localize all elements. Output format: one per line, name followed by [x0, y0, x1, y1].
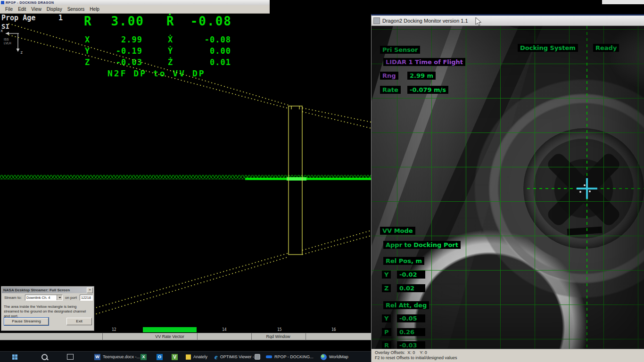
- y-axis-row: Y -0.19 Ẏ 0.00: [85, 46, 236, 56]
- corridor-line-top-b-ext: [302, 112, 371, 128]
- rel-pos-y-label: Y: [382, 271, 391, 279]
- taskbar-item-outlook[interactable]: O: [157, 352, 163, 362]
- timeline-label-rqd-window: Rqd Window: [266, 334, 290, 339]
- streamer-dialog: NASA Desktop Streamer: Full Screen × Str…: [1, 286, 94, 331]
- task-view-button[interactable]: [67, 352, 74, 362]
- z-axis-row: Z -0.03 Ż 0.01: [85, 58, 236, 67]
- taskbar-item-notes[interactable]: Anately: [186, 352, 207, 362]
- search-icon: [41, 354, 48, 360]
- z-rate-label: Ż: [168, 58, 173, 67]
- taskbar-item-word-document[interactable]: W Teenqueue.docx -...: [94, 352, 140, 362]
- timeline-band: [0, 333, 371, 340]
- rel-att-r-label: R: [382, 341, 391, 349]
- taskbar-item-label: WorldMap: [329, 354, 348, 359]
- timeline-highlight-bar: [143, 327, 197, 332]
- axis-z-label: z: [20, 50, 23, 55]
- rpop-window-title: RPOP - DOCKING DRAGON: [6, 1, 54, 4]
- rpop-menubar: File Edit View Display Sensors Help: [0, 5, 270, 14]
- menu-help[interactable]: Help: [90, 7, 99, 12]
- docking-monitor-app-icon: [373, 17, 380, 24]
- menu-edit[interactable]: Edit: [18, 7, 26, 12]
- exit-button[interactable]: Exit: [66, 318, 92, 325]
- task-view-icon: [67, 354, 74, 360]
- timeline-divider: [305, 333, 306, 340]
- menu-file[interactable]: File: [5, 7, 13, 12]
- menu-view[interactable]: View: [31, 7, 41, 12]
- range-value: 3.00: [107, 14, 144, 28]
- target-dot: [584, 184, 586, 186]
- timeline-divider: [251, 333, 252, 340]
- streamer-dialog-titlebar[interactable]: NASA Desktop Streamer: Full Screen: [2, 287, 93, 293]
- timeline-divider: [197, 333, 198, 340]
- prop-age-value: 1: [58, 14, 63, 22]
- axis-x-label: x: [0, 28, 3, 33]
- menu-sensors[interactable]: Sensors: [67, 7, 85, 12]
- axis-indicator: x ISS LVLH z: [0, 27, 33, 55]
- timeline-tick-15: 15: [277, 328, 282, 332]
- start-button[interactable]: [12, 352, 17, 362]
- rbar-ticks: [0, 175, 371, 179]
- docking-monitor-title: Dragon2 Docking Monitor version 1.1: [382, 18, 468, 24]
- mouse-cursor: [475, 17, 482, 26]
- rng-value: 2.99 m: [407, 72, 436, 80]
- timeline-tick-16: 16: [331, 328, 336, 332]
- timeline-label-vv-rate-vector: VV Rate Vector: [155, 334, 184, 339]
- x-pos-value: 2.99: [99, 35, 142, 44]
- y-pos-label: Y: [85, 46, 90, 56]
- menu-display[interactable]: Display: [47, 7, 62, 12]
- outlook-icon: O: [157, 354, 163, 360]
- timeline-tick-12: 12: [112, 328, 116, 332]
- crosshair-icon: [577, 188, 597, 189]
- note-icon: [186, 354, 191, 360]
- taskbar-item-optimis-viewer[interactable]: e OPTIMIS Viewer -...: [215, 352, 258, 362]
- target-dot: [579, 191, 581, 193]
- timeline-divider: [102, 333, 103, 340]
- taskbar: W Teenqueue.docx -... X O V Anately e OP…: [0, 351, 371, 362]
- x-rate-label: Ẋ: [168, 35, 173, 44]
- channel-select[interactable]: Downlink Ch. 4: [25, 295, 63, 301]
- docking-monitor-statusbar: Overlay Offsets: X: 0 Y: 0 F2 to reset O…: [372, 349, 644, 362]
- rel-att-header: Rel Att, deg: [383, 301, 429, 309]
- taskbar-item-excel[interactable]: X: [140, 352, 147, 362]
- taskbar-item-v-app[interactable]: V: [172, 352, 178, 362]
- pause-streaming-button[interactable]: Pause Streaming: [4, 318, 49, 325]
- corridor-line-bottom-a-ext: [302, 230, 371, 250]
- taskbar-item-rpop[interactable]: RPOP - DOCKING...: [266, 352, 314, 362]
- rel-att-y-label: Y: [382, 314, 391, 322]
- target-dot: [589, 190, 591, 192]
- rel-pos-z-label: Z: [382, 284, 391, 292]
- rpop-taskbar-icon: [266, 355, 272, 358]
- docking-camera-view: Pri Sensor LIDAR 1 Time of Flight Rng 2.…: [372, 26, 644, 349]
- rpop-titlebar[interactable]: RPOP - DOCKING DRAGON: [0, 0, 270, 5]
- y-pos-value: -0.19: [99, 46, 142, 56]
- prop-age-label: Prop Age: [1, 14, 35, 22]
- docking-monitor-titlebar[interactable]: Dragon2 Docking Monitor version 1.1: [372, 16, 644, 26]
- close-icon[interactable]: ×: [87, 288, 93, 293]
- corridor-line-bottom-b: [80, 257, 289, 319]
- f2-reset-hint: F2 to reset Offsets to initial/designed …: [375, 355, 644, 361]
- range-rate-label: Ṙ: [166, 14, 175, 28]
- rel-pos-z-value: 0.02: [397, 284, 425, 292]
- taskbar-item-worldmap[interactable]: WorldMap: [321, 352, 348, 362]
- taskbar-search-button[interactable]: [41, 352, 48, 362]
- port-input[interactable]: 12218: [80, 295, 93, 301]
- excel-icon: X: [140, 354, 147, 360]
- taskbar-item-generic-app[interactable]: [255, 352, 260, 362]
- rel-pos-header: Rel Pos, m: [383, 257, 424, 265]
- rate-value: -0.079 m/s: [407, 86, 448, 94]
- rel-att-r-value: -0.03: [397, 341, 425, 349]
- taskbar-item-label: Anately: [193, 354, 207, 359]
- z-pos-label: Z: [85, 58, 90, 67]
- corridor-line-bottom-a: [71, 253, 289, 315]
- rbar-solid-segment: [245, 178, 371, 180]
- taskbar-item-label: Teenqueue.docx -...: [103, 354, 140, 359]
- frame-caption: N2F DP to VV DP: [107, 68, 206, 78]
- pri-sensor-label: Pri Sensor: [380, 46, 420, 54]
- rel-att-p-value: 0.26: [397, 328, 425, 336]
- axis-z-arrow-icon: [17, 49, 20, 52]
- on-port-label: on port: [65, 296, 77, 300]
- internet-explorer-icon: e: [215, 354, 218, 360]
- chevron-down-icon[interactable]: [57, 295, 62, 300]
- rbar-bright-segment: [287, 177, 306, 181]
- y-rate-label: Ẏ: [168, 46, 173, 56]
